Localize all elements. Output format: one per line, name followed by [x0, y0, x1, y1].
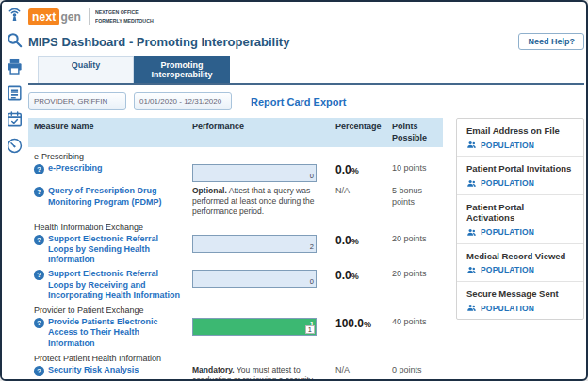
help-icon[interactable]: ?: [34, 164, 44, 174]
measure-link[interactable]: Support Electronic Referral Loops by Rec…: [48, 269, 183, 301]
notes-list-icon[interactable]: [6, 84, 24, 102]
performance-bar: 0: [192, 164, 317, 182]
col-points-possible: Points Possible: [392, 122, 449, 143]
section-title: Provider to Patient Exchange: [34, 306, 443, 315]
col-percentage: Percentage: [335, 122, 392, 143]
percentage-value: N/A: [335, 186, 392, 217]
report-card-export-link[interactable]: Report Card Export: [251, 96, 346, 108]
performance-bar: 0: [192, 270, 317, 288]
logo-subtitle: NEXTGEN OFFICE FORMERLY MEDITOUCH: [89, 8, 195, 26]
people-icon: [466, 140, 477, 150]
measure-link[interactable]: Query of Prescription Drug Monitoring Pr…: [48, 186, 183, 207]
points-value: 0 points: [392, 365, 449, 381]
population-link[interactable]: POPULATION: [466, 178, 574, 189]
bar-count: 0: [310, 277, 314, 286]
points-value: 20 points: [392, 234, 449, 266]
side-panel-item-secure-message-sent: Secure Message Sent POPULATION: [457, 281, 583, 319]
col-measure-name: Measure Name: [34, 122, 192, 143]
provider-select[interactable]: PROVIDER, GRIFFIN: [28, 92, 126, 110]
need-help-button[interactable]: Need Help?: [518, 33, 584, 50]
population-side-panel: Email Address on File POPULATION Patient…: [456, 118, 584, 320]
tab-promoting-interoperability[interactable]: Promoting Interoperability: [134, 56, 230, 83]
population-link[interactable]: POPULATION: [466, 140, 574, 150]
bar-count: 0: [310, 172, 314, 180]
performance-note: Mandatory. You must attest to conducting…: [192, 365, 335, 381]
printer-icon[interactable]: [6, 58, 24, 75]
bar-count: 2: [310, 242, 314, 251]
section-title: Health Information Exchange: [34, 223, 443, 232]
people-icon: [466, 178, 477, 189]
people-icon: [466, 227, 477, 238]
measure-row-referral-sending: ? Support Electronic Referral Loops by S…: [28, 234, 443, 266]
help-icon[interactable]: ?: [34, 187, 44, 197]
measures-table: Measure Name Performance Percentage Poin…: [28, 118, 443, 381]
points-value: 10 points: [392, 163, 449, 182]
help-icon[interactable]: ?: [34, 318, 44, 328]
section-title: Protect Patient Health Information: [34, 354, 443, 363]
measure-link[interactable]: Provide Patients Electronic Access to Th…: [48, 317, 183, 349]
measure-row-eprescribing: ? e-Prescribing 0 0.0% 10 points: [28, 163, 443, 182]
side-panel-item-portal-invitations: Patient Portal Invitations POPULATION: [457, 156, 583, 193]
tab-quality[interactable]: Quality: [38, 56, 134, 83]
section-title: e-Prescribing: [34, 152, 443, 161]
people-icon: [466, 265, 477, 275]
percentage-value: N/A: [335, 365, 392, 381]
tab-bar: Quality Promoting Interoperability: [28, 56, 584, 85]
measure-link[interactable]: e-Prescribing: [48, 163, 103, 174]
measure-row-security-risk: ? Security Risk Analysis Mandatory. You …: [28, 365, 443, 381]
points-value: 5 bonus points: [392, 186, 449, 217]
help-icon[interactable]: ?: [34, 235, 44, 245]
people-icon: [466, 303, 477, 313]
help-icon[interactable]: ?: [34, 270, 44, 280]
population-link[interactable]: POPULATION: [466, 227, 574, 238]
measure-row-pdmp: ? Query of Prescription Drug Monitoring …: [28, 186, 443, 217]
side-panel-item-email-on-file: Email Address on File POPULATION: [457, 119, 583, 156]
search-icon[interactable]: [6, 31, 24, 49]
performance-bar: 1 1: [192, 318, 317, 336]
bar-denominator: 1: [305, 325, 315, 334]
app-window: next gen NEXTGEN OFFICE FORMERLY MEDITOU…: [0, 0, 588, 381]
brand-logo: next gen NEXTGEN OFFICE FORMERLY MEDITOU…: [28, 6, 584, 28]
side-panel-item-portal-activations: Patient Portal Activations POPULATION: [457, 194, 583, 243]
left-icon-rail: [2, 2, 27, 379]
measure-link[interactable]: Support Electronic Referral Loops by Sen…: [48, 234, 183, 266]
percentage-value: 100.0%: [335, 317, 392, 349]
col-performance: Performance: [192, 122, 335, 143]
measure-link[interactable]: Security Risk Analysis: [48, 365, 139, 375]
main-area: next gen NEXTGEN OFFICE FORMERLY MEDITOU…: [28, 6, 584, 379]
date-range-field[interactable]: 01/01/2020 - 12/31/2020: [134, 92, 232, 110]
points-value: 40 points: [392, 317, 449, 349]
population-link[interactable]: POPULATION: [466, 303, 574, 313]
logo-gen-text: gen: [60, 10, 80, 24]
percentage-value: 0.0%: [335, 269, 392, 301]
measure-row-referral-receiving: ? Support Electronic Referral Loops by R…: [28, 269, 443, 301]
percentage-value: 0.0%: [335, 163, 392, 182]
page-title: MIPS Dashboard - Promoting Interoperabil…: [28, 35, 289, 49]
measure-row-patient-access: ? Provide Patients Electronic Access to …: [28, 317, 443, 349]
calendar-check-icon[interactable]: [6, 110, 24, 128]
broadcast-icon[interactable]: [6, 5, 24, 23]
performance-bar: 2: [192, 235, 317, 253]
population-link[interactable]: POPULATION: [466, 265, 574, 275]
side-panel-item-medical-record-viewed: Medical Record Viewed POPULATION: [457, 243, 583, 281]
percentage-value: 0.0%: [335, 234, 392, 266]
performance-note: Optional. Attest that a query was perfor…: [192, 186, 335, 217]
table-header-row: Measure Name Performance Percentage Poin…: [28, 118, 443, 147]
help-icon[interactable]: ?: [34, 366, 44, 376]
logo-next-badge: next: [28, 8, 59, 25]
gauge-icon[interactable]: [6, 137, 24, 155]
points-value: 20 points: [392, 269, 449, 301]
